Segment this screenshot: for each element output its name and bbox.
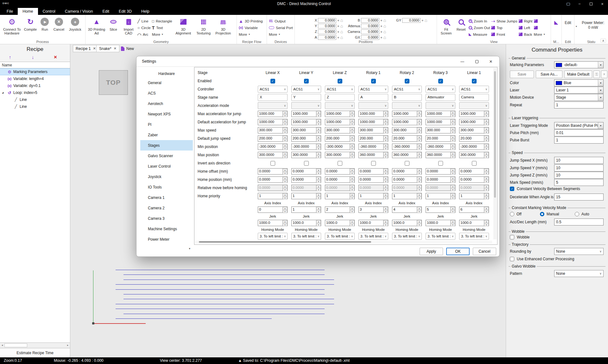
spin-up-icon[interactable]: ▲ (283, 136, 287, 139)
tree-item-loop-index-5[interactable]: ◢↺Loop: index=5 (0, 89, 70, 96)
spin-up-icon[interactable]: ▲ (451, 144, 455, 147)
linear-z-enabled-checkbox[interactable]: ✓ (338, 79, 342, 83)
rotary-2-axis-index-spinner[interactable]: 4▲▼ (392, 207, 422, 213)
spin-down-icon[interactable]: ▼ (417, 196, 421, 200)
rotary-1-homing-mode-select[interactable]: 3. To left limit :∨ (358, 233, 388, 240)
spin-up-icon[interactable]: ▲ (316, 111, 321, 114)
linear-x-controller-select[interactable]: ACS1∨ (258, 86, 288, 93)
tree-item-line[interactable]: ╱Line (0, 96, 70, 103)
collapse-ribbon-icon[interactable]: ∧ (600, 39, 606, 43)
spin-down-icon[interactable]: ▼ (417, 155, 421, 158)
spin-up-icon[interactable]: ▲ (484, 136, 489, 139)
spin-up-icon[interactable]: ▲ (417, 111, 421, 114)
spin-down-icon[interactable]: ▼ (451, 172, 455, 175)
linear-y-home-position-mm-spinner[interactable]: 0.0000▲▼ (291, 176, 321, 183)
rotary-1-home-priority-spinner[interactable]: 1▲▼ (358, 193, 388, 199)
linear-1-stage-name-input[interactable]: Camera (459, 94, 489, 101)
spin-down-icon[interactable]: ▼ (283, 223, 287, 226)
linear-z-axis-index-spinner[interactable]: 2▲▼ (325, 207, 355, 213)
more-button[interactable]: More▾ (269, 32, 293, 37)
fit-screen-button[interactable]: Fit Screen (439, 16, 453, 35)
spin-down-icon[interactable]: ▼ (350, 122, 354, 126)
linear-z-max-speed-spinner[interactable]: 300.000▲▼ (325, 127, 355, 133)
3d-projection-button[interactable]: 3D Projection (214, 16, 232, 35)
3d-alignment-button[interactable]: 3D Alignment (174, 16, 193, 35)
tab-close-icon[interactable]: ✕ (93, 46, 96, 51)
spin-down-icon[interactable]: ▼ (350, 196, 354, 200)
home-icon[interactable]: ⌂ (340, 35, 343, 39)
linear-x-max-speed-spinner[interactable]: 300.000▲▼ (258, 127, 288, 133)
spin-down-icon[interactable]: ▼ (350, 223, 354, 226)
rotary-1-jerk-spinner[interactable]: 1000.0▲▼ (358, 220, 388, 226)
settings-category-newport-xps[interactable]: Newport XPS (140, 109, 193, 119)
rotary-3-stage-name-input[interactable]: Attenuator (426, 94, 455, 101)
circle-button[interactable]: ○Circle (137, 25, 151, 30)
rotary-1-stage-name-input[interactable]: A (358, 94, 388, 101)
radio-auto[interactable] (575, 212, 579, 216)
settings-category-laser-control[interactable]: Laser Control (140, 161, 193, 171)
linear-y-home-offset-mm-spinner[interactable]: 0.0000▲▼ (291, 168, 321, 175)
tab-recipe-1[interactable]: Recipe 1 ✕ (73, 45, 99, 52)
spin-down-icon[interactable]: ▼ (417, 180, 421, 183)
spin-down-icon[interactable]: ▼ (316, 172, 321, 175)
linear-y-home-priority-spinner[interactable]: 1▲▼ (291, 193, 321, 199)
dropdown-icon[interactable]: ▼ (598, 62, 603, 68)
home-icon[interactable]: ⌂ (383, 30, 386, 34)
spin-down-icon[interactable]: ▼ (350, 172, 354, 175)
spin-down-icon[interactable]: ▼ (417, 210, 421, 213)
linear-1-min-position-spinner[interactable]: -300.0000▲▼ (459, 144, 489, 150)
spin-down-icon[interactable]: ▼ (383, 114, 388, 117)
spin-up-icon[interactable]: ▲ (316, 119, 321, 122)
enhanced-corner-checkbox[interactable] (510, 257, 514, 261)
linear-1-max-acceleration-for-jump-spinner[interactable]: 1000.000▲▼ (459, 111, 489, 117)
spin-down-icon[interactable]: ▼ (484, 223, 489, 226)
rotary-2-default-jump-speed-spinner[interactable]: 20.000▲▼ (392, 135, 422, 142)
settings-category-joystick[interactable]: Joystick (140, 171, 193, 182)
spin-down-icon[interactable]: ▼ (316, 114, 321, 117)
spin-up-icon[interactable]: ▲ (283, 152, 287, 155)
dialog-maximize-icon[interactable] (470, 56, 484, 67)
spin-down-icon[interactable]: ▼ (283, 131, 287, 134)
linear-z-homing-mode-select[interactable]: 3. To left limit :∨ (325, 233, 355, 240)
spin-up-icon[interactable]: ▲ (451, 136, 455, 139)
rotary-3-home-offset-mm-spinner[interactable]: 0.0000▲▼ (426, 168, 455, 175)
spin-up-icon[interactable]: ▲ (417, 144, 421, 147)
spin-down-icon[interactable]: ▼ (383, 223, 388, 226)
linear-z-max-position-spinner[interactable]: 300.0000▲▼ (325, 152, 355, 158)
rotary-1-max-acceleration-for-jump-spinner[interactable]: 1000.000▲▼ (358, 111, 388, 117)
close-icon[interactable]: × (597, 0, 608, 8)
spin-down-icon[interactable]: ▼ (316, 122, 321, 126)
spin-down-icon[interactable]: ▼ (316, 131, 321, 134)
spin-up-icon[interactable]: ▲ (417, 220, 421, 223)
linear-1-home-offset-mm-spinner[interactable]: 0.0000▲▼ (459, 168, 489, 175)
rotary-2-enabled-checkbox[interactable]: ✓ (405, 79, 409, 83)
spin-down-icon[interactable]: ▼ (484, 131, 489, 134)
rotary-1-home-position-mm-spinner[interactable]: 0.0000▲▼ (358, 176, 388, 183)
spin-down-icon[interactable]: ▼ (451, 131, 455, 134)
spin-down-icon[interactable]: ▼ (451, 155, 455, 158)
right-button[interactable]: Right (519, 18, 533, 24)
spin-down-icon[interactable]: ▼ (451, 196, 455, 200)
spin-up-icon[interactable]: ▲ (417, 152, 421, 155)
tab-camera-vision[interactable]: Camera / Vision (60, 8, 98, 15)
recipe-hscrollbar[interactable]: ◂ ▸ (0, 343, 70, 348)
settings-category-aerotech[interactable]: Aerotech (140, 98, 193, 109)
spin-down-icon[interactable]: ▼ (350, 180, 354, 183)
linear-x-home-position-mm-spinner[interactable]: 0.0000▲▼ (258, 176, 288, 183)
rotary-1-enabled-checkbox[interactable]: ✓ (371, 79, 376, 83)
spin-up-icon[interactable]: ▲ (350, 119, 354, 122)
tab-close-icon[interactable]: ✕ (114, 46, 117, 51)
rotary-2-max-speed-spinner[interactable]: 300.000▲▼ (392, 127, 422, 133)
linear-y-invert-axis-direction-checkbox[interactable] (304, 161, 309, 166)
repeat-input[interactable]: 1 (554, 102, 604, 108)
connect-to-hardware-button[interactable]: ⚙Connect To Hardware (2, 16, 22, 35)
cancel-button[interactable]: ×Cancel (52, 16, 66, 31)
spin-down-icon[interactable]: ▼ (484, 172, 489, 175)
spin-up-icon[interactable]: ▲ (451, 220, 455, 223)
linear-y-max-position-spinner[interactable]: 300.0000▲▼ (291, 152, 321, 158)
save-as-button[interactable]: Save As... (536, 71, 562, 78)
pattern-select[interactable]: None∨ (554, 270, 604, 277)
linear-1-default-acceleration-for-jump-spinner[interactable]: 1000.000▲▼ (459, 119, 489, 125)
display-icon[interactable] (562, 0, 574, 8)
spin-down-icon[interactable]: ▼ (383, 155, 388, 158)
